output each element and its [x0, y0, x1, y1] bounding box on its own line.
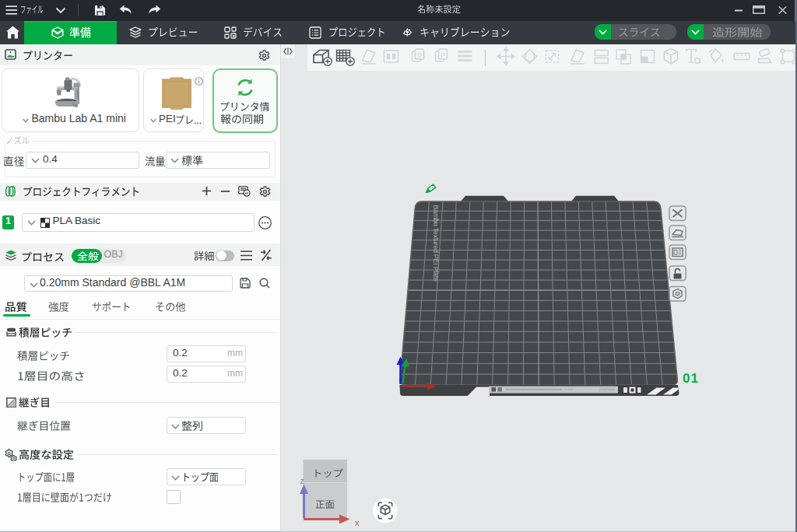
svg-text:P: P — [441, 51, 445, 59]
svg-text:x: x — [355, 518, 360, 527]
svg-text:z: z — [300, 477, 304, 485]
svg-text:Bambu Textured PEI Plate: Bambu Textured PEI Plate — [432, 205, 440, 282]
svg-text:01: 01 — [683, 371, 699, 386]
svg-text:0: 0 — [417, 51, 421, 59]
